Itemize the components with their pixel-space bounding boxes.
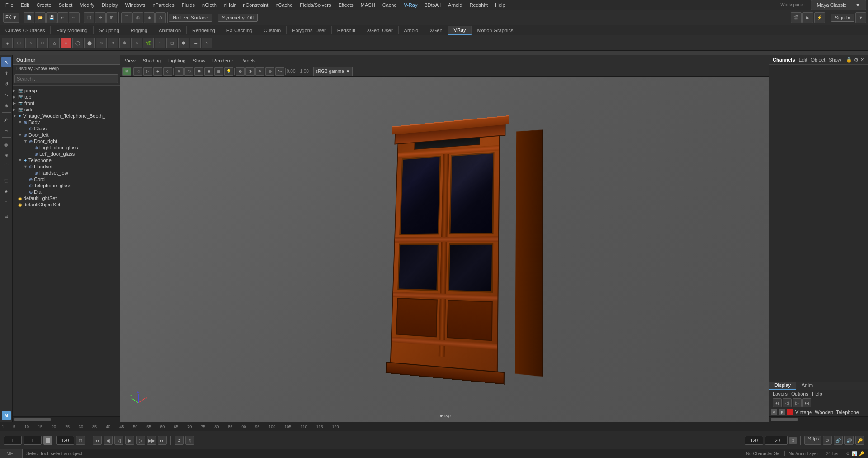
mode-dropdown[interactable]: FX ▼ [3, 13, 19, 23]
tree-item-glass[interactable]: ⊕ Glass [13, 125, 120, 132]
play-prev-btn[interactable]: ◀ [104, 436, 113, 445]
menu-ncache[interactable]: nCache [272, 1, 296, 9]
tab-xgen[interactable]: XGen [424, 26, 448, 34]
shelf-btn-3[interactable]: ○ [25, 38, 36, 48]
shelf-btn-15[interactable]: ◻ [166, 38, 177, 48]
menu-vray[interactable]: V-Ray [400, 1, 421, 9]
tab-polygons-user[interactable]: Polygons_User [287, 26, 332, 34]
timeline-max-frame[interactable]: 120 [765, 436, 788, 445]
channel-lock-icon[interactable]: 🔒 [846, 57, 852, 63]
snap-surface-btn[interactable]: ◇ [155, 12, 166, 23]
tab-redshift[interactable]: Redshift [332, 26, 361, 34]
quick-select-btn[interactable]: ◈ [1, 186, 11, 196]
menu-ncloth[interactable]: nCloth [198, 1, 220, 9]
channel-settings-icon[interactable]: ⚙ [854, 57, 859, 63]
universal-manip-btn[interactable]: ⊕ [1, 100, 11, 110]
tree-item-handset-low[interactable]: ⊕ Handset_low [13, 170, 120, 176]
tree-item-left-door-glass[interactable]: ⊕ Left_door_glass [13, 151, 120, 157]
anim-prev-btn[interactable]: ◁ [783, 398, 792, 407]
shelf-btn-16[interactable]: ⬢ [178, 38, 189, 48]
no-anim-layer-btn[interactable]: No Anim Layer [784, 451, 822, 456]
channel-close-icon[interactable]: ✕ [860, 57, 864, 63]
tree-item-top[interactable]: ▶ 📷 top [13, 94, 120, 100]
play-btn[interactable]: ▶ [125, 436, 134, 445]
vp-aa-btn[interactable]: Aa [275, 67, 284, 76]
menu-mash[interactable]: MASH [357, 1, 379, 9]
play-prev-frame-btn[interactable]: ◁ [114, 436, 123, 445]
vp-menu-view[interactable]: View [122, 57, 138, 64]
timeline-sync-btn[interactable]: 🔗 [834, 436, 843, 445]
tree-item-persp[interactable]: ▶ 📷 persp [13, 87, 120, 94]
menu-select[interactable]: Select [55, 1, 76, 9]
tree-item-door-right[interactable]: ▼ ⊕ Door_right [13, 138, 120, 144]
timeline-audio-btn[interactable]: 🔊 [844, 436, 854, 445]
vp-flat-btn[interactable]: ◼ [204, 67, 213, 76]
timeline-key-btn[interactable]: 🔑 [855, 436, 864, 445]
display-anim-tab[interactable]: Display [769, 382, 796, 390]
no-live-surface-btn[interactable]: No Live Surface [169, 14, 212, 22]
render-region-btn[interactable]: ⬚ [1, 175, 11, 185]
show-grid-btn[interactable]: ⊟ [1, 211, 11, 221]
shelf-btn-7[interactable]: ◯ [72, 38, 83, 48]
options-option[interactable]: Options [791, 391, 808, 396]
redo-btn[interactable]: ↪ [69, 12, 80, 23]
vp-menu-renderer[interactable]: Renderer [210, 57, 236, 64]
tab-xgen-user[interactable]: XGen_User [361, 26, 398, 34]
menu-help[interactable]: Help [491, 1, 509, 9]
render-settings-btn[interactable]: 🎬 [791, 12, 802, 23]
select-tool-icon-btn[interactable]: ↖ [1, 57, 11, 67]
outliner-hscroll[interactable] [13, 416, 120, 422]
viewport-canvas[interactable]: persp X Y Z [120, 77, 769, 422]
menu-3dtoall[interactable]: 3DtoAll [421, 1, 444, 9]
vp-menu-shading[interactable]: Shading [140, 57, 164, 64]
layers-option[interactable]: Layers [773, 391, 788, 396]
timeline-checkbox[interactable]: □ [76, 436, 85, 445]
undo-btn[interactable]: ↩ [57, 12, 68, 23]
account-btn[interactable]: ▼ [855, 12, 866, 23]
play-end-btn[interactable]: ⏭ [158, 436, 167, 445]
fps-dropdown[interactable]: 24 fps [804, 436, 821, 445]
timeline-end-frame[interactable]: 120 [745, 436, 763, 445]
menu-create[interactable]: Create [33, 1, 55, 9]
right-panel-hscroll[interactable] [769, 416, 868, 422]
shelf-btn-10[interactable]: ⊙ [108, 38, 118, 48]
anim-next-btn[interactable]: ▷ [793, 398, 802, 407]
scale-tool-icon-btn[interactable]: ⤡ [1, 90, 11, 100]
tab-sculpting[interactable]: Sculpting [94, 26, 125, 34]
tree-item-handset[interactable]: ▼ ⊕ Handset [13, 163, 120, 170]
tab-rendering[interactable]: Rendering [187, 26, 221, 34]
render-btn[interactable]: ▶ [802, 12, 813, 23]
menu-nparticles[interactable]: nParticles [149, 1, 178, 9]
snap-point-btn[interactable]: ◎ [132, 12, 143, 23]
move-tool-btn[interactable]: ✛ [95, 12, 106, 23]
sound-btn[interactable]: ♫ [185, 436, 194, 445]
vp-gamma-dropdown[interactable]: sRGB gamma ▼ [313, 67, 353, 76]
new-scene-btn[interactable]: 📄 [24, 12, 34, 23]
layer-item[interactable]: V P Vintage_Wooden_Telephone_ [769, 408, 868, 416]
outliner-display-menu[interactable]: Display [16, 66, 33, 71]
tree-item-telephone-glass[interactable]: ⊕ Telephone_glass [13, 182, 120, 189]
tree-item-body[interactable]: ▼ ⊕ Body [13, 119, 120, 125]
menu-nconstraint[interactable]: nConstraint [239, 1, 272, 9]
fps-status-btn[interactable]: 24 fps [822, 451, 842, 456]
lasso-btn[interactable]: ⊸ [1, 125, 11, 135]
tree-item-side[interactable]: ▶ 📷 side [13, 106, 120, 113]
snap-view-btn[interactable]: ◈ [144, 12, 155, 23]
status-icon-2[interactable]: 📊 [852, 451, 857, 456]
channels-edit-tab[interactable]: Edit [799, 57, 807, 62]
shelf-btn-17[interactable]: ☁ [190, 38, 201, 48]
loop-btn[interactable]: ↺ [175, 436, 184, 445]
layer-p-btn[interactable]: P [779, 409, 785, 415]
vp-grid-btn[interactable]: ⊞ [175, 67, 184, 76]
vp-key-btn[interactable]: ◆ [153, 67, 162, 76]
menu-windows[interactable]: Windows [122, 1, 149, 9]
channels-object-tab[interactable]: Object [811, 57, 825, 62]
menu-nhair[interactable]: nHair [220, 1, 239, 9]
tree-item-front[interactable]: ▶ 📷 front [13, 100, 120, 106]
shelf-btn-11[interactable]: ❃ [119, 38, 130, 48]
vp-motion-blur-btn[interactable]: ≋ [255, 67, 264, 76]
timeline-start-field[interactable]: 1 [4, 436, 22, 445]
tree-item-default-object-set[interactable]: ◉ defaultObjectSet [13, 201, 120, 208]
vp-menu-lighting[interactable]: Lighting [165, 57, 189, 64]
channels-tab[interactable]: Channels [773, 57, 795, 62]
